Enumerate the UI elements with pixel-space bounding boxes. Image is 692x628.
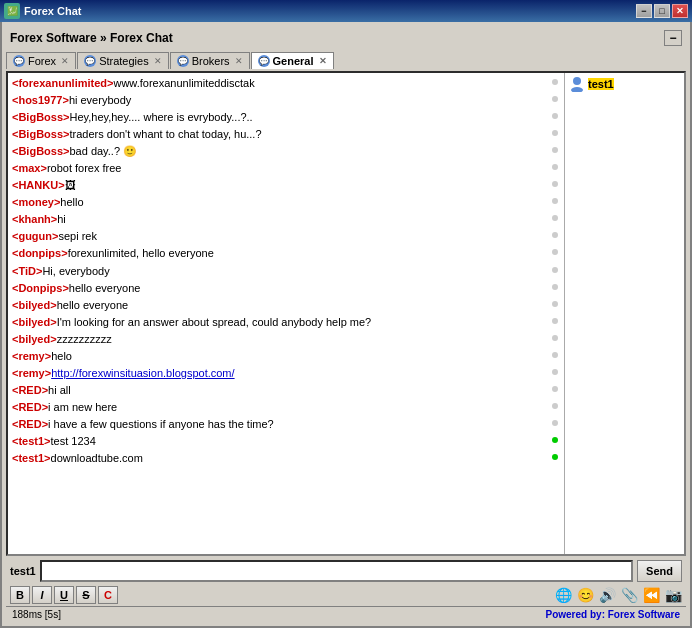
send-button[interactable]: Send: [637, 560, 682, 582]
bold-button[interactable]: B: [10, 586, 30, 604]
message-nick: <bilyed>: [12, 314, 57, 331]
message-text: traders don't whant to chat today, hu...…: [69, 126, 261, 143]
message-text: Hey,hey,hey.... where is evrybody...?..: [69, 109, 252, 126]
user-name: test1: [588, 78, 614, 90]
chat-messages: <forexanunlimited> www.forexanunlimitedd…: [8, 73, 564, 554]
message-text: www.forexanunlimiteddisctak: [113, 75, 254, 92]
message-bullet: [552, 267, 558, 273]
message-bullet: [552, 181, 558, 187]
close-button[interactable]: ✕: [672, 4, 688, 18]
underline-button[interactable]: U: [54, 586, 74, 604]
message-text: sepi rek: [58, 228, 97, 245]
tab-forex-close[interactable]: ✕: [61, 56, 69, 66]
breadcrumb-label: Forex Software » Forex Chat: [10, 31, 173, 45]
message-bullet: [552, 79, 558, 85]
tab-general-close[interactable]: ✕: [319, 56, 327, 66]
message-bullet: [552, 352, 558, 358]
message-bullet: [552, 147, 558, 153]
tab-brokers-close[interactable]: ✕: [235, 56, 243, 66]
main-window: Forex Software » Forex Chat − 💬 Forex ✕ …: [0, 22, 692, 628]
message-bullet: [552, 164, 558, 170]
tab-forex[interactable]: 💬 Forex ✕: [6, 52, 76, 69]
globe-icon[interactable]: 🌐: [554, 586, 572, 604]
message-bullet: [552, 420, 558, 426]
input-nick-label: test1: [10, 565, 36, 577]
status-bar: 188ms [5s] Powered by: Forex Software: [6, 606, 686, 622]
emoji-icon[interactable]: 😊: [576, 586, 594, 604]
message-bullet: [552, 403, 558, 409]
chat-message-22: <test1> downloadtube.com: [12, 450, 560, 467]
chat-message-6: <HANKU> 🖼: [12, 177, 560, 194]
message-bullet: [552, 318, 558, 324]
sound-icon[interactable]: 🔊: [598, 586, 616, 604]
message-text: downloadtube.com: [51, 450, 143, 467]
camera-icon[interactable]: 📷: [664, 586, 682, 604]
breadcrumb: Forex Software » Forex Chat −: [6, 26, 686, 52]
title-bar: 💹 Forex Chat − □ ✕: [0, 0, 692, 22]
message-text: helo: [51, 348, 72, 365]
message-text[interactable]: http://forexwinsituasion.blogspot.com/: [51, 365, 234, 382]
message-bullet: [552, 335, 558, 341]
message-text: I'm looking for an answer about spread, …: [57, 314, 372, 331]
user-item[interactable]: test1: [567, 75, 682, 93]
chat-message-18: <RED> hi all: [12, 382, 560, 399]
chat-message-9: <gugun> sepi rek: [12, 228, 560, 245]
svg-point-1: [571, 87, 583, 92]
message-nick: <BigBoss>: [12, 126, 69, 143]
message-bullet: [552, 437, 558, 443]
format-bar: B I U S C 🌐 😊 🔊 📎 ⏪ 📷: [6, 584, 686, 606]
message-text: 🖼: [65, 177, 76, 194]
strikethrough-button[interactable]: S: [76, 586, 96, 604]
message-nick: <Donpips>: [12, 280, 69, 297]
breadcrumb-collapse-button[interactable]: −: [664, 30, 682, 46]
chat-message-21: <test1> test 1234: [12, 433, 560, 450]
chat-message-13: <bilyed> hello everyone: [12, 297, 560, 314]
maximize-button[interactable]: □: [654, 4, 670, 18]
breadcrumb-text: Forex Software » Forex Chat: [10, 31, 173, 45]
input-area: test1 Send: [6, 556, 686, 584]
tab-brokers[interactable]: 💬 Brokers ✕: [170, 52, 250, 69]
message-bullet: [552, 215, 558, 221]
tab-strategies[interactable]: 💬 Strategies ✕: [77, 52, 169, 69]
color-button[interactable]: C: [98, 586, 118, 604]
message-nick: <forexanunlimited>: [12, 75, 113, 92]
message-bullet: [552, 130, 558, 136]
message-nick: <bilyed>: [12, 297, 57, 314]
tab-forex-label: Forex: [28, 55, 56, 67]
tab-general[interactable]: 💬 General ✕: [251, 52, 334, 69]
message-bullet: [552, 284, 558, 290]
status-powered-label: Powered by:: [546, 609, 608, 620]
message-bullet: [552, 249, 558, 255]
italic-button[interactable]: I: [32, 586, 52, 604]
tab-strategies-close[interactable]: ✕: [154, 56, 162, 66]
tab-brokers-label: Brokers: [192, 55, 230, 67]
message-text: hello everyone: [69, 280, 141, 297]
chat-input[interactable]: [40, 560, 633, 582]
message-text: hi everybody: [69, 92, 131, 109]
chat-message-11: <TiD> Hi, everybody: [12, 263, 560, 280]
message-text: hi all: [48, 382, 71, 399]
message-bullet: [552, 232, 558, 238]
chat-message-4: <BigBoss> bad day..? 🙂: [12, 143, 560, 160]
message-text: forexunlimited, hello everyone: [68, 245, 214, 262]
back-icon[interactable]: ⏪: [642, 586, 660, 604]
chat-message-20: <RED> i have a few questions if anyone h…: [12, 416, 560, 433]
message-nick: <remy>: [12, 348, 51, 365]
message-bullet: [552, 386, 558, 392]
message-nick: <BigBoss>: [12, 109, 69, 126]
title-bar-controls: − □ ✕: [636, 4, 688, 18]
chat-message-16: <remy> helo: [12, 348, 560, 365]
message-nick: <hos1977>: [12, 92, 69, 109]
message-text: i have a few questions if anyone has the…: [48, 416, 274, 433]
message-nick: <RED>: [12, 416, 48, 433]
minimize-button[interactable]: −: [636, 4, 652, 18]
message-bullet: [552, 96, 558, 102]
message-nick: <donpips>: [12, 245, 68, 262]
message-nick: <test1>: [12, 450, 51, 467]
status-ping: 188ms [5s]: [12, 609, 61, 620]
attach-icon[interactable]: 📎: [620, 586, 638, 604]
message-bullet: [552, 301, 558, 307]
message-nick: <money>: [12, 194, 60, 211]
message-nick: <RED>: [12, 382, 48, 399]
tab-general-icon: 💬: [258, 55, 270, 67]
